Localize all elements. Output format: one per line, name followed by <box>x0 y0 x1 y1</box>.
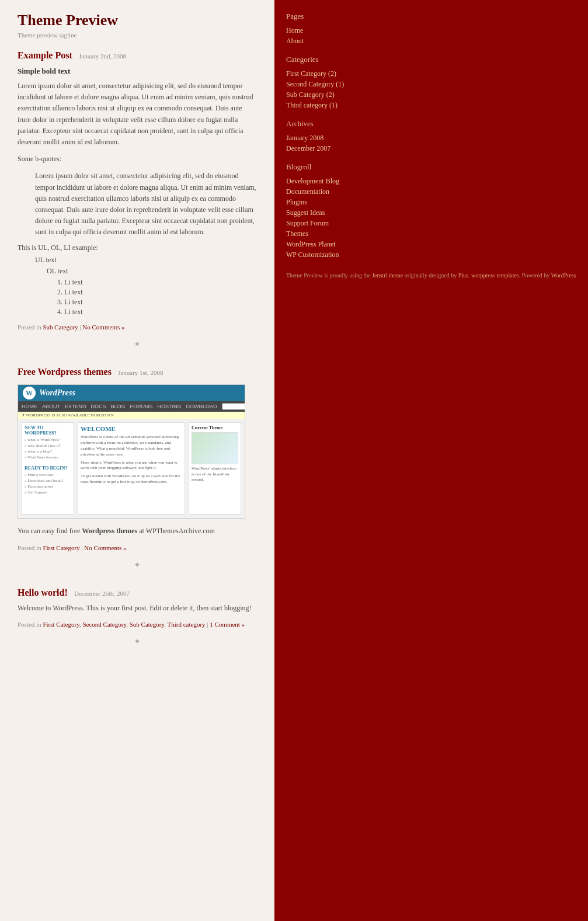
blogroll-link-1[interactable]: Development Blog <box>286 177 339 185</box>
categories-list: First Category (2) Second Category (1) S… <box>286 69 576 110</box>
blogroll-link-8[interactable]: WP Customization <box>286 251 339 259</box>
wp-link-6[interactable]: » Download and Install <box>25 478 71 483</box>
archive-item: January 2008 <box>286 133 576 143</box>
nav-download[interactable]: DOWNLOAD <box>186 404 217 409</box>
blogroll-link-2[interactable]: Documentation <box>286 187 329 196</box>
wp-body-text: More simply, WordPress is what you use w… <box>81 460 182 472</box>
post-blockquote: Lorem ipsum dolor sit amet, consectetur … <box>35 171 257 238</box>
wp-link-7[interactable]: » Documentation <box>25 484 71 489</box>
nav-home[interactable]: HOME <box>22 404 37 409</box>
wordpress-themes-bold: Wordpress themes <box>82 527 137 535</box>
wp-also-available: ✦ WORDPRESS IS ALSO AVAILABLE IN RUSSIAN <box>18 412 245 419</box>
wp-themes-panel: Current Theme WordPress' admin interface… <box>189 422 241 515</box>
post-title-line: Free Wordpress themes January 1st, 2008 <box>18 367 257 377</box>
wp-ready-to-begin: READY TO BEGIN? <box>25 465 71 471</box>
wp-link-3[interactable]: » what is a blog? <box>25 449 71 454</box>
post-category-link[interactable]: Sub Category <box>43 324 78 331</box>
blogroll-link-7[interactable]: WordPress Planet <box>286 240 336 248</box>
category-item: Third category (1) <box>286 100 576 110</box>
category-item: First Category (2) <box>286 69 576 78</box>
blogroll-item: WP Customization <box>286 250 576 259</box>
plus-link[interactable]: Plus. <box>458 272 470 279</box>
categories-heading: Categories <box>286 55 576 64</box>
wp-body: NEW TO WORDPRESS? » what is WordPress? »… <box>18 419 245 518</box>
list-item: Li text <box>64 278 257 287</box>
blogroll-link-4[interactable]: Suggest Ideas <box>286 208 325 217</box>
post-title[interactable]: Hello world! <box>18 588 68 597</box>
ul-label: UL text <box>35 256 257 265</box>
site-tagline: Theme preview tagline <box>18 32 257 39</box>
blogroll-link-6[interactable]: Themes <box>286 230 308 238</box>
category-item: Sub Category (2) <box>286 90 576 99</box>
wordpress-logo-text: WordPress <box>39 388 75 398</box>
wp-link-1[interactable]: » what is WordPress? <box>25 437 71 442</box>
post-subtitle: Simple bold text <box>18 67 257 76</box>
post-title[interactable]: Free Wordpress themes <box>18 367 112 377</box>
post-divider: ✦ <box>18 339 257 349</box>
category-link-1[interactable]: First Category (2) <box>286 69 336 78</box>
post-footer: Posted in First Category, Second Categor… <box>18 621 257 628</box>
post-category-link-4[interactable]: Third category <box>167 621 205 628</box>
main-column: Theme Preview Theme preview tagline Exam… <box>0 0 274 921</box>
post-category-link-1[interactable]: First Category <box>43 621 79 628</box>
comments-link[interactable]: No Comments » <box>84 544 126 551</box>
comments-link[interactable]: 1 Comment » <box>210 621 245 628</box>
site-title: Theme Preview <box>18 12 257 29</box>
blogroll-link-5[interactable]: Support Forum <box>286 219 329 227</box>
post-body: You can easy find free Wordpress themes … <box>18 526 257 537</box>
archive-link-1[interactable]: January 2008 <box>286 134 323 142</box>
page-link-about[interactable]: About <box>286 37 304 45</box>
post-category-link[interactable]: First Category <box>43 544 79 551</box>
nav-docs[interactable]: DOCS <box>91 404 106 409</box>
category-link-3[interactable]: Sub Category (2) <box>286 91 335 99</box>
wp-link-4[interactable]: » WordPress lessons <box>25 455 71 460</box>
category-link-2[interactable]: Second Category (1) <box>286 80 344 88</box>
nav-forums[interactable]: FORUMS <box>130 404 153 409</box>
wp-link-2[interactable]: » why should I use it? <box>25 443 71 448</box>
post-title-line: Hello world! December 26th, 2007 <box>18 588 257 598</box>
post-hello-world: Hello world! December 26th, 2007 Welcome… <box>18 588 257 647</box>
post-category-link-3[interactable]: Sub Category <box>130 621 164 628</box>
ol-label: OL text <box>47 267 257 276</box>
post-title[interactable]: Example Post <box>18 50 72 60</box>
blockquote-text: Lorem ipsum dolor sit amet, consectetur … <box>35 172 256 236</box>
pages-heading: Pages <box>286 12 576 21</box>
posted-in-label: Posted in <box>18 544 41 551</box>
post-footer: Posted in First Category | No Comments » <box>18 544 257 551</box>
wp-search-input[interactable] <box>222 403 245 410</box>
ordered-list: Li text Li text Li text Li text <box>64 278 257 317</box>
post-footer: Posted in Sub Category | No Comments » <box>18 324 257 331</box>
posted-in-label: Posted in <box>18 324 41 331</box>
wp-link-5[interactable]: » Find a web host <box>25 472 71 477</box>
wordpress-link[interactable]: WordPress <box>551 272 576 279</box>
page-item-home: Home <box>286 26 576 35</box>
page-link-home[interactable]: Home <box>286 26 303 34</box>
post-category-link-2[interactable]: Second Category <box>82 621 126 628</box>
blogroll-heading: Blogroll <box>286 162 576 172</box>
wp-link-8[interactable]: » Get Support <box>25 490 71 495</box>
nav-about[interactable]: ABOUT <box>42 404 60 409</box>
wp-current-theme-title: Current Theme <box>192 425 238 430</box>
post-divider: ✦ <box>18 560 257 570</box>
post-divider: ✦ <box>18 637 257 647</box>
nav-extend[interactable]: EXTEND <box>65 404 86 409</box>
archives-heading: Archives <box>286 119 576 128</box>
wp-intro-text: WordPress is a state-of-the-art semantic… <box>81 435 182 457</box>
pages-list: Home About <box>286 26 576 46</box>
nav-blog[interactable]: BLOG <box>111 404 126 409</box>
blogroll-link-3[interactable]: Plugins <box>286 198 307 206</box>
archive-link-2[interactable]: December 2007 <box>286 144 330 152</box>
sidebar-footer: Theme Preview is proudly using the Jenst… <box>286 271 576 280</box>
blogroll-item: Support Forum <box>286 218 576 228</box>
comments-link[interactable]: No Comments » <box>82 324 124 331</box>
category-link-4[interactable]: Third category (1) <box>286 101 338 109</box>
worppress-link[interactable]: worppress templates. <box>471 272 520 279</box>
nav-hosting[interactable]: HOSTING <box>158 404 182 409</box>
post-body: Welcome to WordPress. This is your first… <box>18 603 257 614</box>
site-header: Theme Preview Theme preview tagline <box>18 12 257 39</box>
wp-theme-desc: WordPress' admin interface is one of the… <box>192 466 238 482</box>
jenstri-link[interactable]: Jenstri theme <box>372 272 403 279</box>
blogroll-item: Documentation <box>286 187 576 196</box>
post-body: Lorem ipsum dolor sit amet, consectetur … <box>18 81 257 148</box>
wp-welcome-title: WELCOME <box>81 425 182 432</box>
